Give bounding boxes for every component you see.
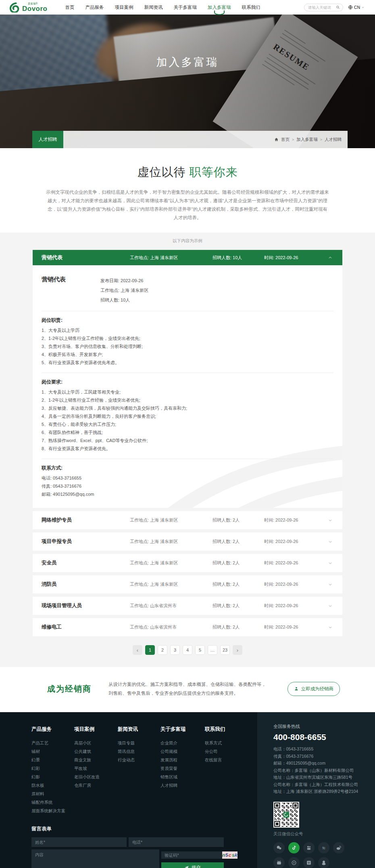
tab-recruitment[interactable]: 人才招聘 [32, 131, 63, 148]
footer-link[interactable]: 行业动态 [118, 756, 160, 764]
footer-link[interactable]: 幻彩 [31, 764, 74, 773]
chevron-down-icon[interactable] [328, 518, 338, 523]
bilibili-icon[interactable] [273, 857, 285, 868]
footer-link[interactable]: 人才招聘 [160, 781, 205, 790]
nav-item-联系我们[interactable]: 联系我们 [242, 2, 260, 13]
footer-link[interactable]: 项目专题 [118, 739, 160, 747]
job-accordion-header[interactable]: 营销代表 工作地点: 上海 浦东新区 招聘人数: 10人 时间: 2022-09… [33, 250, 342, 265]
chevron-down-icon[interactable] [328, 625, 338, 630]
job-row[interactable]: 网络维护专员工作地点: 上海 浦东新区招聘人数: 2人时间: 2022-09-2… [33, 511, 342, 529]
breadcrumb-item[interactable]: 首页 [281, 137, 290, 143]
footer-link[interactable]: 高层小区 [74, 739, 118, 747]
job-detail-title: 营销代表 [42, 276, 86, 305]
footer-link[interactable]: 老旧小区改造 [74, 773, 118, 781]
pagination-next[interactable]: › [233, 645, 242, 655]
hotline-label: 全国服务热线 [273, 723, 375, 730]
footer-link[interactable]: 屋面系统解决方案 [31, 807, 74, 815]
home-icon[interactable] [274, 137, 279, 142]
name-field[interactable] [31, 837, 127, 847]
footer-link[interactable]: 幻影 [31, 773, 74, 781]
footer-link[interactable]: 防水板 [31, 781, 74, 790]
footer-column-关于多富瑞: 关于多富瑞企业简介公司规模发展历程资质荣誉销售区域人才招聘 [160, 726, 205, 815]
nav-item-新闻资讯[interactable]: 新闻资讯 [144, 2, 163, 13]
footer-link[interactable]: 仓库厂房 [74, 781, 118, 790]
become-dealer-button[interactable]: 立即成为经销商 [288, 682, 340, 696]
job-section-line: 1、大专及以上学历 [42, 326, 333, 334]
qq-icon[interactable] [318, 857, 329, 868]
footer-link[interactable]: 简讯信息 [118, 747, 160, 756]
footer-link[interactable]: 在线留言 [205, 756, 248, 764]
content-field[interactable] [31, 849, 159, 868]
footer-link[interactable]: 原材料 [31, 790, 74, 798]
active-nav-arc [214, 10, 225, 15]
pagination-page-1[interactable]: 1 [145, 645, 155, 655]
job-headcount: 招聘人数: 2人 [212, 560, 264, 566]
chevron-up-icon[interactable] [328, 255, 338, 260]
search-box[interactable] [304, 4, 343, 11]
page-title-accent: 职等你来 [190, 166, 238, 178]
douyin-icon[interactable] [288, 842, 300, 853]
captcha-image[interactable]: n5csk [222, 851, 237, 859]
footer-link[interactable]: 产品工艺 [31, 739, 74, 747]
footer-link[interactable]: 商业文旅 [74, 756, 118, 764]
footer-link[interactable]: 分公司 [205, 747, 248, 756]
pagination-page-4[interactable]: 4 [183, 645, 192, 655]
job-section-line: 4、积极开拓市场、开发新客户; [42, 350, 333, 359]
job-row[interactable]: 维修电工工作地点: 山东省滨州市招聘人数: 2人时间: 2022-09-26 [33, 618, 342, 636]
job-location: 工作地点: 山东省滨州市 [130, 624, 212, 630]
footer-link[interactable]: 联系方式 [205, 739, 248, 747]
footer-link[interactable]: 发展历程 [160, 756, 205, 764]
chevron-down-icon[interactable] [328, 604, 338, 608]
kuaishou-icon[interactable] [303, 842, 315, 853]
job-row[interactable]: 现场项目管理人员工作地点: 山东省滨州市招聘人数: 2人时间: 2022-09-… [33, 597, 342, 615]
chevron-down-icon[interactable] [328, 582, 338, 587]
chevron-down-icon[interactable] [328, 561, 338, 566]
pagination-page-2[interactable]: 2 [158, 645, 167, 655]
footer-link[interactable]: 企业简介 [160, 739, 205, 747]
footer-link[interactable]: 平改坡 [74, 764, 118, 773]
pagination-prev[interactable]: ‹ [133, 645, 142, 655]
captcha-field[interactable] [161, 851, 222, 859]
video-channel-icon[interactable] [288, 857, 300, 868]
job-row[interactable]: 项目申报专员工作地点: 上海 浦东新区招聘人数: 2人时间: 2022-09-2… [33, 533, 342, 551]
footer-link[interactable]: 幻景 [31, 756, 74, 764]
search-icon[interactable] [336, 5, 340, 9]
nav-item-关于多富瑞[interactable]: 关于多富瑞 [174, 2, 197, 13]
footer-link[interactable]: 销售区域 [160, 773, 205, 781]
search-input[interactable] [308, 5, 336, 10]
hotline-number: 400-808-6655 [273, 732, 375, 742]
breadcrumb-item[interactable]: 加入多富瑞 [296, 137, 318, 143]
pagination-page-23[interactable]: 23 [220, 645, 230, 655]
nav-item-首页[interactable]: 首页 [65, 2, 75, 13]
brand-logo[interactable]: 多富瑞® Dovoro [9, 2, 48, 13]
job-location: 工作地点: 上海 浦东新区 [130, 581, 212, 587]
submit-button[interactable]: 提交 [161, 862, 224, 868]
job-headcount: 招聘人数: 2人 [212, 539, 264, 545]
footer-link[interactable]: 辅配件系统 [31, 798, 74, 807]
language-switcher[interactable]: CN [348, 5, 365, 10]
pagination-page-…[interactable]: … [208, 645, 217, 655]
job-row[interactable]: 安全员工作地点: 上海 浦东新区招聘人数: 2人时间: 2022-09-26 [33, 554, 342, 572]
wechat-icon[interactable] [273, 842, 285, 853]
job-row[interactable]: 消防员工作地点: 上海 浦东新区招聘人数: 2人时间: 2022-09-26 [33, 575, 342, 593]
weibo-icon[interactable] [333, 842, 344, 853]
footer-link[interactable]: 公共建筑 [74, 747, 118, 756]
nav-item-项目案例[interactable]: 项目案例 [115, 2, 133, 13]
zhihu-icon[interactable]: 知 [318, 842, 329, 853]
phone-field[interactable] [129, 837, 224, 847]
chevron-down-icon[interactable] [328, 539, 338, 544]
footer-column-新闻资讯: 新闻资讯项目专题简讯信息行业动态 [118, 726, 160, 815]
divider [42, 311, 333, 311]
breadcrumb-item[interactable]: 人才招聘 [325, 137, 342, 143]
footer-link[interactable]: 资质荣誉 [160, 764, 205, 773]
nav-item-加入多富瑞[interactable]: 加入多富瑞 [208, 2, 231, 13]
footer-link[interactable]: 辅材 [31, 747, 74, 756]
person-icon [294, 686, 299, 691]
footer-link[interactable]: 公司规模 [160, 747, 205, 756]
page-title-primary: 虚位以待 [137, 166, 185, 178]
pagination-page-5[interactable]: 5 [195, 645, 205, 655]
job-headcount: 招聘人数: 2人 [212, 624, 264, 630]
nav-item-产品服务[interactable]: 产品服务 [85, 2, 104, 13]
toutiao-icon[interactable] [303, 857, 315, 868]
pagination-page-3[interactable]: 3 [170, 645, 180, 655]
